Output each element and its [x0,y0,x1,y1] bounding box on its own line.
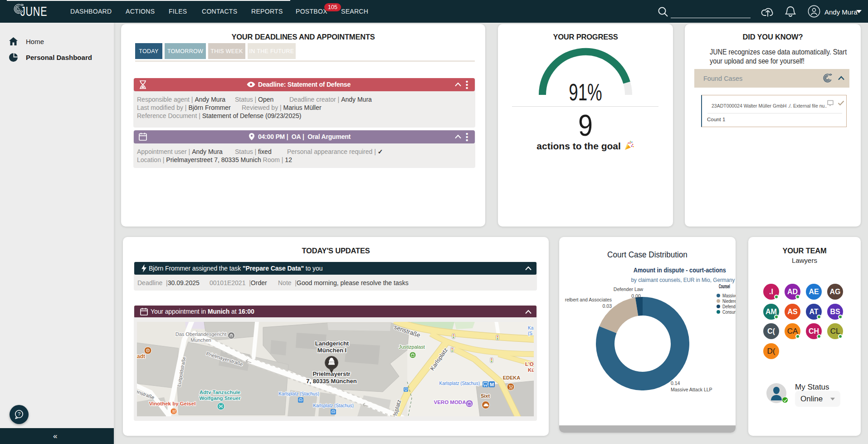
svg-text:Munchen: Munchen [190,337,211,343]
svg-text:Karlsplatz (Stachus): Karlsplatz (Stachus) [278,391,319,396]
svg-text:Das Oberlandesgericht: Das Oberlandesgericht [176,331,227,337]
svg-text:München I: München I [317,347,346,354]
svg-text:Justizpalast: Justizpalast [399,344,424,350]
svg-text:Vinothek by Geisel: Vinothek by Geisel [149,401,196,406]
svg-text:?: ? [18,411,20,417]
svg-text:Karlsplatz (Stachus): Karlsplatz (Stachus) [439,381,480,386]
svg-text:tadt: tadt [137,353,145,360]
svg-text:VERO MODA: VERO MODA [434,400,466,405]
svg-text:Karlsplatz (Stachus): Karlsplatz (Stachus) [313,403,353,408]
svg-text:7, 80335 München: 7, 80335 München [306,378,356,385]
svg-text:Ka: Ka [528,326,534,331]
svg-text:M: M [490,382,494,387]
svg-text:(S: (S [528,331,532,336]
svg-text:Sixt: Sixt [481,393,490,399]
svg-text:Wolfgang Steuer: Wolfgang Steuer [199,395,241,401]
svg-text:L'Ost: L'Ost [525,361,534,367]
svg-text:EDEKA: EDEKA [503,375,521,380]
svg-text:Adtv Tanzschule: Adtv Tanzschule [200,390,241,395]
svg-text:Kü: Kü [528,367,534,373]
svg-text:Landgericht: Landgericht [315,340,349,347]
